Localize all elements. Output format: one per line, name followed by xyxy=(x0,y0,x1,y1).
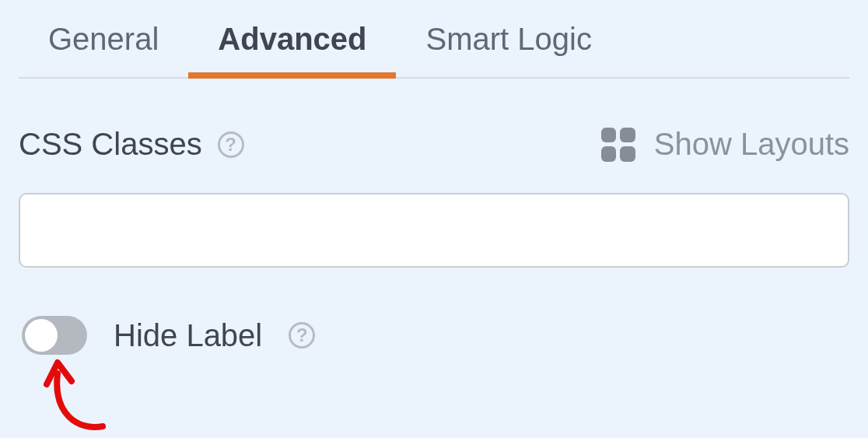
css-classes-section: CSS Classes ? Show Layouts xyxy=(19,79,849,268)
hide-label-toggle[interactable] xyxy=(22,316,87,355)
css-classes-label: CSS Classes xyxy=(19,127,202,162)
tab-general[interactable]: General xyxy=(19,9,188,79)
toggle-knob xyxy=(25,319,58,352)
tabs: General Advanced Smart Logic xyxy=(19,0,849,79)
hide-label-row: Hide Label ? xyxy=(19,316,849,355)
help-icon[interactable]: ? xyxy=(289,322,315,349)
show-layouts-label: Show Layouts xyxy=(654,127,849,162)
css-classes-input[interactable] xyxy=(19,193,849,268)
help-icon[interactable]: ? xyxy=(218,131,244,158)
hide-label-text: Hide Label xyxy=(114,318,262,353)
show-layouts-button[interactable]: Show Layouts xyxy=(601,127,849,162)
annotation-arrow xyxy=(31,350,132,436)
tab-advanced[interactable]: Advanced xyxy=(188,9,396,79)
tab-smart-logic[interactable]: Smart Logic xyxy=(396,9,621,79)
grid-icon xyxy=(601,128,635,162)
